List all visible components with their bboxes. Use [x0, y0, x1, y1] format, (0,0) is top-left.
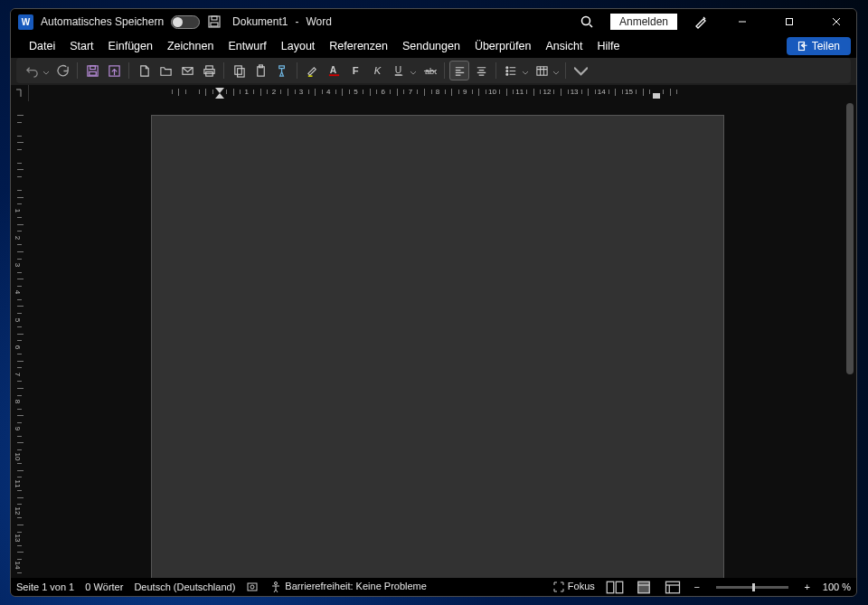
bullet-dropdown-icon[interactable] [523, 62, 530, 79]
status-bar: Seite 1 von 1 0 Wörter Deutsch (Deutschl… [11, 578, 856, 596]
svg-rect-46 [536, 66, 546, 74]
tab-zeichnen[interactable]: Zeichnen [160, 35, 221, 57]
accessibility-label: Barrierefreiheit: Keine Probleme [285, 581, 427, 591]
word-app-icon: W [18, 14, 33, 30]
app-name-label: Word [306, 15, 331, 28]
svg-rect-9 [798, 43, 804, 51]
svg-rect-55 [638, 581, 650, 593]
title-bar: W Automatisches Speichern Dokument1 - Wo… [11, 9, 856, 34]
macro-icon[interactable] [246, 581, 259, 593]
document-title: Dokument1 [232, 15, 288, 28]
bold-button[interactable]: F [345, 61, 365, 80]
underline-dropdown-icon[interactable] [410, 62, 418, 79]
close-button[interactable] [816, 9, 856, 34]
maximize-button[interactable] [769, 9, 809, 34]
svg-text:U: U [394, 65, 401, 75]
tab-datei[interactable]: Datei [22, 35, 62, 57]
table-button[interactable] [532, 61, 552, 80]
font-color-button[interactable]: A [324, 61, 344, 80]
autosave-toggle[interactable] [171, 15, 200, 29]
tab-hilfe[interactable]: Hilfe [590, 35, 627, 57]
print-layout-button[interactable] [635, 580, 653, 594]
tab-layout[interactable]: Layout [274, 35, 323, 57]
svg-rect-53 [607, 581, 614, 593]
svg-point-52 [275, 582, 278, 585]
zoom-slider[interactable] [716, 586, 788, 589]
copy-button[interactable] [229, 61, 249, 80]
vertical-ruler[interactable]: 1234567891011121314 [11, 101, 29, 578]
align-center-button[interactable] [471, 61, 491, 80]
coming-soon-icon[interactable] [693, 14, 708, 29]
title-separator: - [295, 15, 298, 28]
svg-point-51 [250, 585, 254, 589]
format-painter-button[interactable] [272, 61, 292, 80]
horizontal-ruler[interactable]: 123456789101112131415 [11, 85, 856, 101]
svg-rect-2 [211, 23, 218, 26]
zoom-out-button[interactable]: − [693, 581, 702, 592]
svg-text:abc: abc [424, 67, 436, 76]
ribbon-tabs: Datei Start Einfügen Zeichnen Entwurf La… [11, 34, 856, 58]
minimize-button[interactable] [722, 9, 762, 34]
autosave-label: Automatisches Speichern [41, 15, 164, 28]
zoom-slider-thumb[interactable] [752, 583, 755, 591]
strikethrough-button[interactable]: abc [420, 61, 439, 80]
document-area: 1234567891011121314 [11, 101, 856, 578]
tab-ansicht[interactable]: Ansicht [538, 35, 590, 57]
share-button[interactable]: Teilen [787, 37, 851, 55]
web-layout-button[interactable] [664, 580, 682, 594]
language-status[interactable]: Deutsch (Deutschland) [134, 581, 235, 592]
save-button[interactable] [82, 61, 102, 80]
zoom-in-button[interactable]: + [803, 581, 812, 592]
svg-point-3 [581, 17, 590, 25]
signin-button[interactable]: Anmelden [610, 14, 677, 30]
svg-rect-57 [665, 581, 679, 593]
tab-ueberpruefen[interactable]: Überprüfen [467, 35, 539, 57]
undo-button[interactable] [22, 61, 42, 80]
page-info[interactable]: Seite 1 von 1 [16, 581, 74, 592]
tab-sendungen[interactable]: Sendungen [395, 35, 467, 57]
document-page[interactable] [151, 115, 724, 578]
open-button[interactable] [156, 61, 175, 80]
share-label: Teilen [812, 40, 840, 52]
align-left-button[interactable] [449, 61, 469, 80]
svg-point-44 [505, 73, 507, 75]
undo-dropdown-icon[interactable] [43, 62, 51, 79]
svg-rect-25 [328, 74, 338, 76]
bullet-list-button[interactable] [501, 61, 521, 80]
svg-text:F: F [352, 65, 358, 76]
search-icon[interactable] [580, 14, 594, 29]
svg-rect-12 [89, 71, 96, 75]
save-icon[interactable] [207, 14, 222, 29]
quick-toolbar: A F K U abc [16, 58, 851, 83]
svg-rect-11 [90, 65, 95, 69]
saveas-button[interactable] [104, 61, 124, 80]
focus-mode-button[interactable]: Fokus [552, 581, 595, 593]
table-dropdown-icon[interactable] [553, 62, 561, 79]
word-count[interactable]: 0 Wörter [85, 581, 123, 592]
accessibility-icon [269, 581, 282, 593]
highlight-button[interactable] [302, 61, 322, 80]
tab-einfuegen[interactable]: Einfügen [101, 35, 160, 57]
mail-button[interactable] [177, 61, 197, 80]
redo-button[interactable] [52, 61, 72, 80]
tab-start[interactable]: Start [62, 35, 100, 57]
svg-text:A: A [329, 65, 336, 75]
accessibility-status[interactable]: Barrierefreiheit: Keine Probleme [269, 581, 427, 593]
print-button[interactable] [199, 61, 219, 80]
italic-button[interactable]: K [367, 61, 387, 80]
paste-button[interactable] [250, 61, 270, 80]
svg-rect-20 [237, 68, 244, 76]
read-mode-button[interactable] [606, 580, 624, 594]
svg-rect-50 [248, 583, 257, 591]
document-canvas[interactable] [29, 101, 844, 578]
new-doc-button[interactable] [134, 61, 154, 80]
svg-rect-21 [257, 66, 264, 75]
focus-icon [552, 581, 565, 593]
vertical-scrollbar[interactable] [844, 101, 856, 578]
underline-button[interactable]: U [389, 61, 409, 80]
tab-referenzen[interactable]: Referenzen [322, 35, 395, 57]
scrollbar-thumb[interactable] [846, 103, 854, 374]
more-commands-icon[interactable] [571, 61, 590, 80]
zoom-level[interactable]: 100 % [823, 581, 851, 592]
tab-entwurf[interactable]: Entwurf [221, 35, 273, 57]
